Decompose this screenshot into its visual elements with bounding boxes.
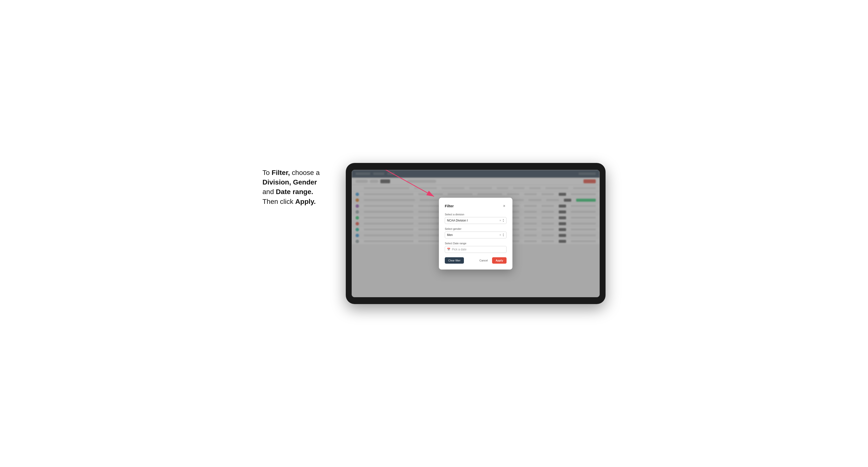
- svg-line-1: [365, 170, 434, 196]
- gender-value: Men: [447, 233, 499, 237]
- dialog-close-button[interactable]: ×: [502, 204, 506, 209]
- page-container: To Filter, choose a Division, Gender and…: [262, 163, 606, 304]
- gender-controls: × ▲ ▼: [499, 233, 504, 237]
- dialog-header: Filter ×: [445, 204, 506, 209]
- gender-form-group: Select gender Men × ▲ ▼: [445, 227, 506, 239]
- instruction-daterange-bold: Date range.: [276, 188, 313, 195]
- date-form-group: Select Date range 📅 Pick a date: [445, 242, 506, 253]
- filter-dialog: Filter × Select a division NCAA Division…: [439, 198, 513, 270]
- calendar-icon: 📅: [447, 248, 451, 251]
- dialog-overlay: Filter × Select a division NCAA Division…: [352, 170, 600, 297]
- gender-label: Select gender: [445, 227, 506, 230]
- dialog-footer: Clear filter Cancel Apply: [445, 257, 506, 263]
- division-form-group: Select a division NCAA Division I × ▲ ▼: [445, 213, 506, 224]
- clear-filter-button[interactable]: Clear filter: [445, 257, 464, 263]
- instruction-panel: To Filter, choose a Division, Gender and…: [262, 163, 331, 206]
- date-input[interactable]: 📅 Pick a date: [445, 246, 506, 253]
- instruction-apply-bold: Apply.: [295, 198, 316, 205]
- date-placeholder: Pick a date: [452, 248, 466, 251]
- date-label: Select Date range: [445, 242, 506, 245]
- division-controls: × ▲ ▼: [499, 219, 504, 222]
- instruction-division-bold: Division, Gender: [262, 178, 317, 186]
- arrow-annotation: [361, 170, 444, 203]
- division-clear-icon[interactable]: ×: [499, 219, 501, 222]
- division-value: NCAA Division I: [447, 219, 499, 222]
- gender-select[interactable]: Men × ▲ ▼: [445, 231, 506, 239]
- dialog-right-buttons: Cancel Apply: [477, 257, 506, 263]
- division-select[interactable]: NCAA Division I × ▲ ▼: [445, 217, 506, 224]
- tablet-screen: Filter × Select a division NCAA Division…: [352, 170, 600, 297]
- instruction-filter-bold: Filter,: [272, 169, 290, 177]
- dialog-title: Filter: [445, 204, 454, 208]
- tablet-frame: Filter × Select a division NCAA Division…: [346, 163, 606, 304]
- tablet-wrapper: Filter × Select a division NCAA Division…: [346, 163, 606, 304]
- apply-button[interactable]: Apply: [492, 257, 506, 263]
- gender-arrows-icon: ▲ ▼: [502, 233, 504, 237]
- gender-clear-icon[interactable]: ×: [499, 233, 501, 237]
- division-label: Select a division: [445, 213, 506, 216]
- cancel-button[interactable]: Cancel: [477, 257, 490, 263]
- division-arrows-icon: ▲ ▼: [502, 219, 504, 222]
